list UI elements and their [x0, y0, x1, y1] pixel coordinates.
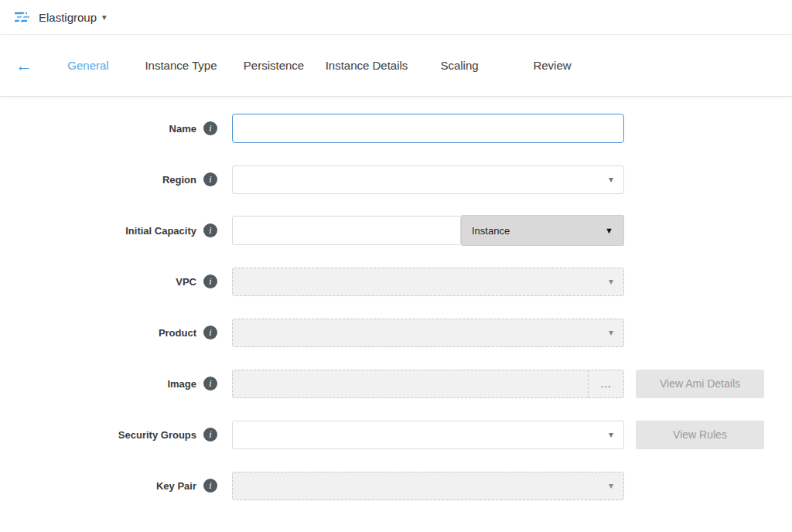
info-icon[interactable]: i [203, 377, 217, 390]
back-arrow-icon[interactable]: ← [15, 57, 42, 74]
info-icon[interactable]: i [203, 223, 217, 237]
image-field: ... [232, 370, 624, 398]
product-label: Product [159, 327, 196, 339]
form-row-name: Name i [0, 103, 792, 154]
info-icon[interactable]: i [203, 275, 217, 288]
form-row-product: Product i ▾ [0, 307, 792, 358]
security-groups-select[interactable]: ▾ [232, 421, 624, 449]
region-select[interactable]: ▾ [232, 165, 624, 194]
form-row-key-pair: Key Pair i ▾ [0, 460, 792, 511]
chevron-down-icon: ▾ [609, 174, 613, 185]
tab-instance-details[interactable]: Instance Details [320, 54, 413, 77]
product-select[interactable]: ▾ [232, 319, 624, 347]
wizard-tab-bar: ← General Instance Type Persistence Inst… [0, 35, 792, 97]
name-input[interactable] [232, 114, 624, 143]
region-label: Region [162, 174, 196, 186]
chevron-down-icon: ▼ [605, 226, 613, 235]
info-icon[interactable]: i [203, 428, 217, 442]
info-icon[interactable]: i [203, 172, 217, 186]
vpc-select[interactable]: ▾ [232, 268, 624, 296]
vpc-label: VPC [176, 276, 196, 288]
tab-general[interactable]: General [42, 54, 135, 77]
top-app-bar: Elastigroup ▾ [0, 0, 792, 35]
view-rules-button[interactable]: View Rules [636, 421, 764, 449]
elastigroup-logo-icon [12, 10, 32, 24]
capacity-unit-value: Instance [472, 225, 510, 237]
tab-instance-type[interactable]: Instance Type [135, 54, 227, 77]
capacity-unit-select[interactable]: Instance ▼ [461, 215, 624, 246]
image-field-value [233, 370, 588, 397]
form-row-region: Region i ▾ [0, 154, 792, 205]
chevron-down-icon: ▾ [609, 480, 613, 491]
form-row-security-groups: Security Groups i ▾ View Rules [0, 409, 792, 460]
name-label: Name [169, 123, 196, 135]
tab-persistence[interactable]: Persistence [227, 54, 320, 77]
info-icon[interactable]: i [203, 479, 217, 493]
form-row-image: Image i ... View Ami Details [0, 358, 792, 409]
initial-capacity-label: Initial Capacity [125, 225, 196, 237]
info-icon[interactable]: i [203, 326, 217, 339]
tab-scaling[interactable]: Scaling [413, 54, 506, 77]
view-ami-details-button[interactable]: View Ami Details [636, 370, 764, 398]
key-pair-select[interactable]: ▾ [232, 472, 624, 500]
security-groups-label: Security Groups [118, 429, 196, 441]
form-row-vpc: VPC i ▾ [0, 256, 792, 307]
chevron-down-icon: ▾ [609, 276, 613, 287]
chevron-down-icon[interactable]: ▾ [102, 12, 107, 22]
key-pair-label: Key Pair [156, 480, 196, 492]
general-settings-form: Name i Region i ▾ Initial Capacity i Ins [0, 97, 792, 511]
image-label: Image [167, 378, 196, 390]
initial-capacity-input[interactable] [232, 216, 461, 245]
chevron-down-icon: ▾ [609, 327, 613, 338]
chevron-down-icon: ▾ [609, 429, 613, 440]
form-row-initial-capacity: Initial Capacity i Instance ▼ [0, 205, 792, 256]
wizard-tabs: General Instance Type Persistence Instan… [42, 54, 599, 77]
tab-review[interactable]: Review [506, 54, 599, 77]
app-title: Elastigroup [39, 11, 97, 24]
image-browse-button[interactable]: ... [588, 370, 623, 397]
info-icon[interactable]: i [203, 121, 217, 135]
